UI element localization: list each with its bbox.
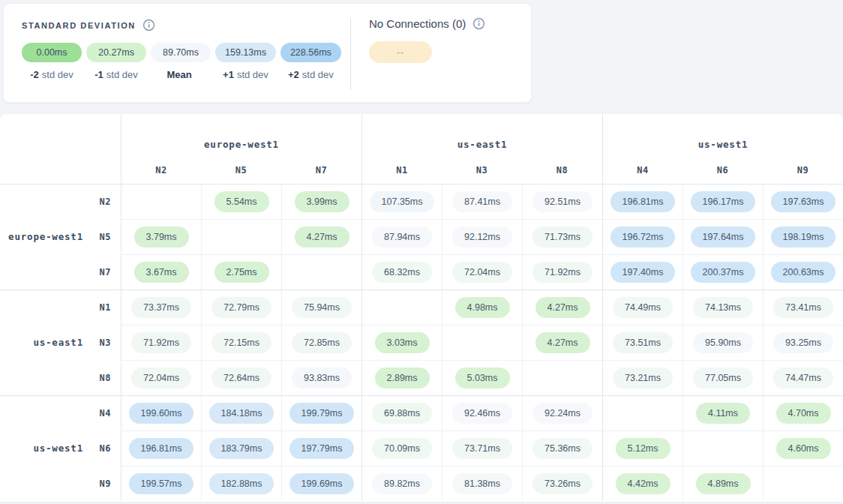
column-header-N3: N3 <box>442 157 522 184</box>
latency-pill[interactable]: 73.37ms <box>131 297 191 318</box>
latency-pill[interactable]: 5.12ms <box>616 438 670 459</box>
latency-cell: 92.12ms <box>442 219 522 254</box>
latency-pill[interactable]: 87.41ms <box>452 191 512 212</box>
latency-pill[interactable]: 72.85ms <box>292 332 352 353</box>
latency-pill[interactable]: 74.47ms <box>773 368 833 388</box>
latency-pill[interactable]: 92.12ms <box>452 226 512 248</box>
latency-pill[interactable]: 196.72ms <box>610 226 676 248</box>
latency-pill[interactable]: 197.64ms <box>691 226 756 248</box>
latency-pill[interactable]: 68.32ms <box>372 262 432 283</box>
latency-pill[interactable]: 72.15ms <box>212 332 272 353</box>
latency-pill[interactable]: 77.05ms <box>693 368 753 388</box>
latency-pill[interactable]: 69.88ms <box>372 403 432 424</box>
latency-pill[interactable]: 199.79ms <box>290 403 355 424</box>
latency-cell: 73.26ms <box>522 466 602 501</box>
latency-pill[interactable]: 196.17ms <box>691 191 756 212</box>
latency-pill[interactable]: 3.67ms <box>134 262 189 283</box>
row-node-label: N7 <box>96 267 111 278</box>
latency-pill[interactable]: 4.42ms <box>616 473 670 494</box>
latency-pill[interactable]: 199.69ms <box>290 473 355 494</box>
latency-pill[interactable]: 5.03ms <box>455 368 510 388</box>
latency-cell: 89.82ms <box>362 466 442 501</box>
latency-pill[interactable]: 4.27ms <box>536 332 590 353</box>
latency-pill[interactable]: 74.49ms <box>613 297 673 318</box>
matrix-self-cell <box>121 184 201 219</box>
latency-pill[interactable]: 70.09ms <box>372 438 432 459</box>
latency-pill[interactable]: 73.26ms <box>532 473 592 494</box>
legend-pill: 228.56ms <box>280 43 341 62</box>
latency-cell: 73.71ms <box>442 430 522 466</box>
row-group-label: us-east1 <box>33 337 83 348</box>
latency-pill[interactable]: 73.41ms <box>773 297 833 318</box>
info-icon[interactable] <box>472 17 485 30</box>
latency-cell: 74.13ms <box>682 290 763 325</box>
latency-pill[interactable]: 199.60ms <box>129 403 194 424</box>
latency-cell: 4.42ms <box>602 466 682 501</box>
latency-pill[interactable]: 198.19ms <box>771 226 836 248</box>
latency-pill[interactable]: 3.03ms <box>375 332 430 353</box>
latency-pill[interactable]: 5.54ms <box>214 191 269 212</box>
latency-pill[interactable]: 182.88ms <box>209 473 274 494</box>
latency-pill[interactable]: 92.51ms <box>532 191 592 212</box>
latency-pill[interactable]: 2.75ms <box>214 262 269 283</box>
legend-label: +2std dev <box>288 69 334 80</box>
latency-cell: 72.15ms <box>201 325 281 360</box>
latency-pill[interactable]: 74.13ms <box>693 297 753 318</box>
legend-scale: 0.00ms -2std dev 20.27ms -1std dev 89.70… <box>22 43 350 80</box>
latency-pill[interactable]: 3.79ms <box>134 226 189 248</box>
latency-pill[interactable]: 71.92ms <box>131 332 191 353</box>
latency-pill[interactable]: 93.83ms <box>292 368 352 388</box>
latency-pill[interactable]: 89.82ms <box>372 473 432 494</box>
latency-pill[interactable]: 4.27ms <box>536 297 590 318</box>
latency-cell: 71.92ms <box>121 325 201 360</box>
info-icon[interactable] <box>142 19 155 32</box>
latency-cell: 4.70ms <box>763 395 843 430</box>
latency-pill[interactable]: 200.37ms <box>691 262 756 283</box>
latency-pill[interactable]: 73.51ms <box>613 332 673 353</box>
latency-pill[interactable]: 73.71ms <box>452 438 512 459</box>
latency-pill[interactable]: 93.25ms <box>773 332 833 353</box>
latency-pill[interactable]: 197.40ms <box>610 262 676 283</box>
no-connections-label: No Connections (0) <box>369 17 466 30</box>
latency-pill[interactable]: 4.70ms <box>776 403 831 424</box>
latency-pill[interactable]: 197.63ms <box>771 191 836 212</box>
legend-pill: 20.27ms <box>86 43 146 62</box>
latency-pill[interactable]: 107.35ms <box>370 191 435 212</box>
latency-cell: 4.60ms <box>763 430 843 466</box>
latency-pill[interactable]: 183.79ms <box>209 438 274 459</box>
legend-item: 159.13ms +1std dev <box>215 43 276 80</box>
latency-pill[interactable]: 73.21ms <box>613 368 673 388</box>
latency-pill[interactable]: 72.04ms <box>131 368 191 388</box>
row-header-N1: N1 <box>0 290 121 325</box>
latency-pill[interactable]: 196.81ms <box>610 191 676 212</box>
latency-pill[interactable]: 4.98ms <box>455 297 510 318</box>
latency-pill[interactable]: 72.64ms <box>212 368 272 388</box>
latency-pill[interactable]: 75.36ms <box>532 438 592 459</box>
latency-pill[interactable]: 196.81ms <box>129 438 194 459</box>
latency-pill[interactable]: 197.79ms <box>290 438 355 459</box>
latency-pill[interactable]: 72.79ms <box>212 297 272 318</box>
latency-cell: 2.75ms <box>201 254 281 290</box>
latency-pill[interactable]: 87.94ms <box>372 226 432 248</box>
latency-pill[interactable]: 4.89ms <box>696 473 751 494</box>
latency-pill[interactable]: 200.63ms <box>771 262 836 283</box>
latency-pill[interactable]: 71.73ms <box>532 226 592 248</box>
latency-cell: 199.79ms <box>281 395 362 430</box>
latency-pill[interactable]: 95.90ms <box>693 332 753 353</box>
latency-pill[interactable]: 75.94ms <box>292 297 352 318</box>
latency-pill[interactable]: 71.92ms <box>532 262 592 283</box>
latency-pill[interactable]: 4.11ms <box>696 403 750 424</box>
latency-pill[interactable]: 199.57ms <box>129 473 194 494</box>
latency-pill[interactable]: 184.18ms <box>209 403 274 424</box>
latency-pill[interactable]: 3.99ms <box>295 191 350 212</box>
row-node-label: N8 <box>96 373 111 383</box>
latency-pill[interactable]: 92.46ms <box>452 403 512 424</box>
latency-pill[interactable]: 4.27ms <box>295 226 350 248</box>
latency-pill[interactable]: 72.04ms <box>452 262 512 283</box>
latency-pill[interactable]: 4.60ms <box>776 438 831 459</box>
column-header-N6: N6 <box>682 157 763 184</box>
latency-pill[interactable]: 2.89ms <box>375 368 430 388</box>
latency-pill[interactable]: 81.38ms <box>452 473 512 494</box>
latency-pill[interactable]: 92.24ms <box>532 403 592 424</box>
latency-cell: 198.19ms <box>763 219 843 254</box>
